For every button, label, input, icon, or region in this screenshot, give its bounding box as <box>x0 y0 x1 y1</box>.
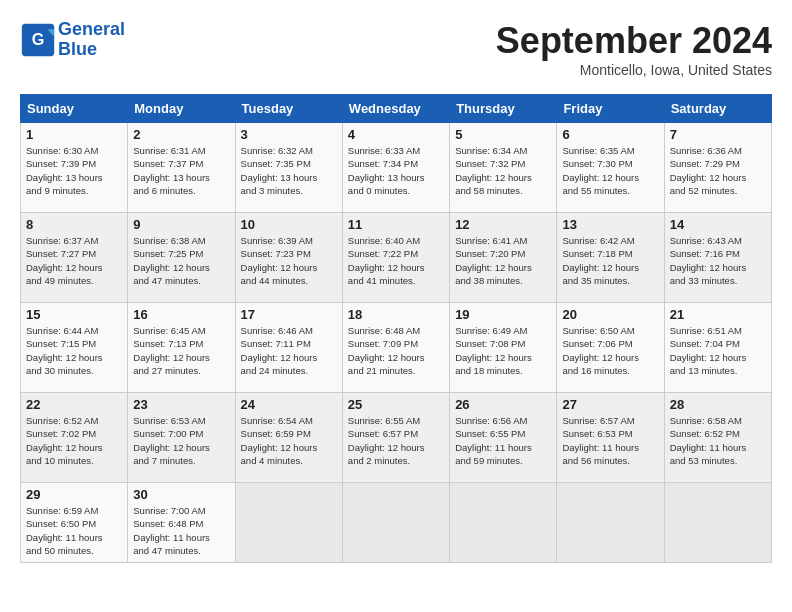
month-title: September 2024 <box>496 20 772 62</box>
weekday-header: Wednesday <box>342 95 449 123</box>
logo-text: General Blue <box>58 20 125 60</box>
calendar-cell: 14Sunrise: 6:43 AM Sunset: 7:16 PM Dayli… <box>664 213 771 303</box>
calendar-cell: 12Sunrise: 6:41 AM Sunset: 7:20 PM Dayli… <box>450 213 557 303</box>
calendar-cell: 6Sunrise: 6:35 AM Sunset: 7:30 PM Daylig… <box>557 123 664 213</box>
calendar-cell: 10Sunrise: 6:39 AM Sunset: 7:23 PM Dayli… <box>235 213 342 303</box>
title-block: September 2024 Monticello, Iowa, United … <box>496 20 772 78</box>
calendar-cell: 27Sunrise: 6:57 AM Sunset: 6:53 PM Dayli… <box>557 393 664 483</box>
calendar-cell: 3Sunrise: 6:32 AM Sunset: 7:35 PM Daylig… <box>235 123 342 213</box>
calendar-cell: 28Sunrise: 6:58 AM Sunset: 6:52 PM Dayli… <box>664 393 771 483</box>
weekday-header: Monday <box>128 95 235 123</box>
calendar-cell: 24Sunrise: 6:54 AM Sunset: 6:59 PM Dayli… <box>235 393 342 483</box>
calendar-cell: 1Sunrise: 6:30 AM Sunset: 7:39 PM Daylig… <box>21 123 128 213</box>
weekday-header: Sunday <box>21 95 128 123</box>
calendar-cell: 20Sunrise: 6:50 AM Sunset: 7:06 PM Dayli… <box>557 303 664 393</box>
calendar-cell: 17Sunrise: 6:46 AM Sunset: 7:11 PM Dayli… <box>235 303 342 393</box>
calendar-cell: 8Sunrise: 6:37 AM Sunset: 7:27 PM Daylig… <box>21 213 128 303</box>
calendar-cell: 21Sunrise: 6:51 AM Sunset: 7:04 PM Dayli… <box>664 303 771 393</box>
calendar-cell: 11Sunrise: 6:40 AM Sunset: 7:22 PM Dayli… <box>342 213 449 303</box>
weekday-header: Thursday <box>450 95 557 123</box>
calendar-cell: 22Sunrise: 6:52 AM Sunset: 7:02 PM Dayli… <box>21 393 128 483</box>
calendar-cell <box>450 483 557 563</box>
calendar-cell <box>342 483 449 563</box>
location: Monticello, Iowa, United States <box>496 62 772 78</box>
calendar-cell: 25Sunrise: 6:55 AM Sunset: 6:57 PM Dayli… <box>342 393 449 483</box>
weekday-header-row: SundayMondayTuesdayWednesdayThursdayFrid… <box>21 95 772 123</box>
weekday-header: Friday <box>557 95 664 123</box>
calendar-cell: 26Sunrise: 6:56 AM Sunset: 6:55 PM Dayli… <box>450 393 557 483</box>
calendar-week-row: 29Sunrise: 6:59 AM Sunset: 6:50 PM Dayli… <box>21 483 772 563</box>
calendar-cell: 7Sunrise: 6:36 AM Sunset: 7:29 PM Daylig… <box>664 123 771 213</box>
calendar-week-row: 8Sunrise: 6:37 AM Sunset: 7:27 PM Daylig… <box>21 213 772 303</box>
calendar-cell: 13Sunrise: 6:42 AM Sunset: 7:18 PM Dayli… <box>557 213 664 303</box>
calendar-cell: 2Sunrise: 6:31 AM Sunset: 7:37 PM Daylig… <box>128 123 235 213</box>
calendar-week-row: 15Sunrise: 6:44 AM Sunset: 7:15 PM Dayli… <box>21 303 772 393</box>
calendar-cell: 23Sunrise: 6:53 AM Sunset: 7:00 PM Dayli… <box>128 393 235 483</box>
page-header: G General Blue September 2024 Monticello… <box>20 20 772 78</box>
calendar-cell: 16Sunrise: 6:45 AM Sunset: 7:13 PM Dayli… <box>128 303 235 393</box>
calendar-cell: 15Sunrise: 6:44 AM Sunset: 7:15 PM Dayli… <box>21 303 128 393</box>
svg-text:G: G <box>32 30 45 48</box>
weekday-header: Saturday <box>664 95 771 123</box>
calendar-cell <box>664 483 771 563</box>
calendar-cell <box>235 483 342 563</box>
calendar-week-row: 1Sunrise: 6:30 AM Sunset: 7:39 PM Daylig… <box>21 123 772 213</box>
calendar-cell: 19Sunrise: 6:49 AM Sunset: 7:08 PM Dayli… <box>450 303 557 393</box>
calendar-cell: 4Sunrise: 6:33 AM Sunset: 7:34 PM Daylig… <box>342 123 449 213</box>
calendar-cell: 9Sunrise: 6:38 AM Sunset: 7:25 PM Daylig… <box>128 213 235 303</box>
calendar-table: SundayMondayTuesdayWednesdayThursdayFrid… <box>20 94 772 563</box>
calendar-cell: 18Sunrise: 6:48 AM Sunset: 7:09 PM Dayli… <box>342 303 449 393</box>
calendar-week-row: 22Sunrise: 6:52 AM Sunset: 7:02 PM Dayli… <box>21 393 772 483</box>
calendar-cell <box>557 483 664 563</box>
calendar-cell: 29Sunrise: 6:59 AM Sunset: 6:50 PM Dayli… <box>21 483 128 563</box>
logo-icon: G <box>20 22 56 58</box>
calendar-cell: 30Sunrise: 7:00 AM Sunset: 6:48 PM Dayli… <box>128 483 235 563</box>
calendar-cell: 5Sunrise: 6:34 AM Sunset: 7:32 PM Daylig… <box>450 123 557 213</box>
weekday-header: Tuesday <box>235 95 342 123</box>
logo: G General Blue <box>20 20 125 60</box>
